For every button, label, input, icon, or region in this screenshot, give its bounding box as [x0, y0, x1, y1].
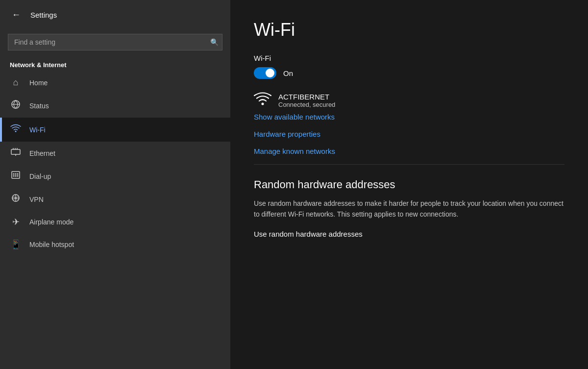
vpn-icon: [10, 194, 22, 205]
svg-point-9: [15, 173, 17, 175]
airplane-icon: ✈: [10, 217, 22, 227]
ethernet-icon: [10, 148, 22, 159]
hardware-properties-link[interactable]: Hardware properties: [254, 130, 564, 138]
main-content: Wi-Fi Wi-Fi On ACTFIBERNET Connected, se…: [230, 0, 588, 369]
wifi-nav-icon: [10, 123, 22, 136]
hotspot-icon: 📱: [10, 239, 22, 250]
svg-point-13: [17, 175, 19, 177]
divider: [254, 164, 564, 165]
svg-point-12: [15, 175, 17, 177]
sidebar-item-hotspot[interactable]: 📱 Mobile hotspot: [0, 233, 230, 256]
network-info: ACTFIBERNET Connected, secured: [278, 93, 335, 108]
random-hw-heading: Random hardware addresses: [254, 178, 564, 191]
network-status: Connected, secured: [278, 101, 335, 108]
sidebar: ← Settings 🔍 Network & Internet ⌂ Home S…: [0, 0, 230, 369]
sidebar-label-airplane: Airplane mode: [29, 218, 74, 226]
random-hw-setting-label: Use random hardware addresses: [254, 230, 564, 238]
sidebar-header: ← Settings: [0, 0, 230, 30]
back-icon: ←: [12, 10, 21, 20]
svg-rect-2: [11, 149, 20, 154]
sidebar-label-vpn: VPN: [29, 196, 44, 203]
network-wifi-icon: [254, 91, 271, 110]
wifi-toggle[interactable]: [254, 67, 276, 79]
sidebar-nav: ⌂ Home Status: [0, 72, 230, 256]
page-title: Wi-Fi: [254, 20, 564, 40]
svg-point-16: [262, 103, 264, 105]
search-input[interactable]: [8, 34, 222, 50]
search-box: 🔍: [8, 34, 222, 50]
svg-point-11: [13, 175, 15, 177]
wifi-toggle-label: On: [283, 69, 293, 77]
home-icon: ⌂: [10, 77, 22, 88]
sidebar-item-wifi[interactable]: Wi-Fi: [0, 118, 230, 142]
random-hw-description: Use random hardware addresses to make it…: [254, 198, 564, 220]
dialup-icon: [10, 171, 22, 182]
sidebar-label-ethernet: Ethernet: [29, 149, 55, 157]
svg-rect-7: [12, 172, 20, 178]
sidebar-item-home[interactable]: ⌂ Home: [0, 72, 230, 94]
toggle-slider: [254, 67, 276, 79]
sidebar-item-dialup[interactable]: Dial-up: [0, 165, 230, 188]
wifi-toggle-row: On: [254, 67, 564, 79]
network-item: ACTFIBERNET Connected, secured: [254, 91, 564, 110]
search-icon: 🔍: [210, 38, 219, 46]
sidebar-label-dialup: Dial-up: [29, 172, 51, 180]
sidebar-item-status[interactable]: Status: [0, 94, 230, 118]
sidebar-title: Settings: [30, 11, 57, 19]
svg-point-10: [17, 173, 19, 175]
svg-point-8: [13, 173, 15, 175]
sidebar-label-hotspot: Mobile hotspot: [29, 241, 74, 248]
back-button[interactable]: ←: [10, 8, 23, 22]
network-name: ACTFIBERNET: [278, 93, 335, 101]
sidebar-item-vpn[interactable]: VPN: [0, 188, 230, 211]
sidebar-label-status: Status: [29, 102, 49, 110]
sidebar-label-wifi: Wi-Fi: [29, 126, 46, 134]
wifi-section-label: Wi-Fi: [254, 54, 564, 62]
status-icon: [10, 99, 22, 112]
section-label: Network & Internet: [0, 56, 230, 72]
manage-networks-link[interactable]: Manage known networks: [254, 147, 564, 155]
search-icon-button[interactable]: 🔍: [210, 38, 219, 46]
sidebar-label-home: Home: [29, 79, 48, 87]
sidebar-item-airplane[interactable]: ✈ Airplane mode: [0, 211, 230, 233]
sidebar-item-ethernet[interactable]: Ethernet: [0, 142, 230, 165]
show-networks-link[interactable]: Show available networks: [254, 113, 564, 121]
